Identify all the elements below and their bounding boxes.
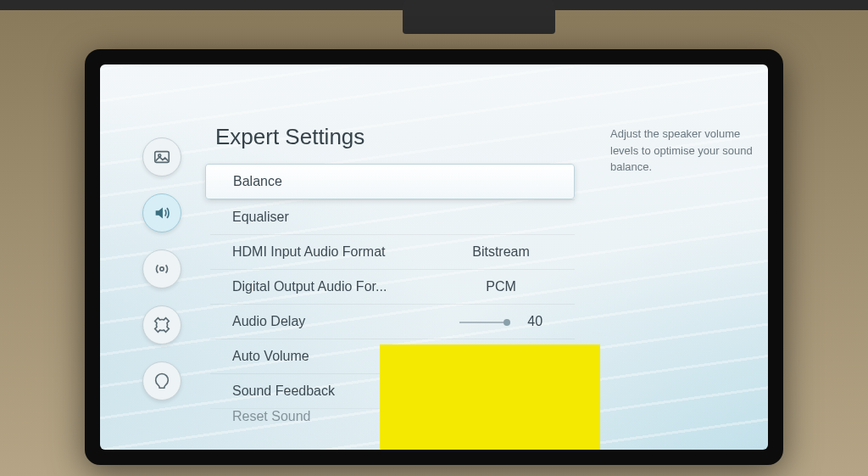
menu-label: Balance [233, 174, 428, 189]
menu-item-auto-volume[interactable]: Auto Volume [210, 339, 575, 373]
menu-item-balance[interactable]: Balance [205, 164, 575, 199]
sidebar-support-icon[interactable] [142, 361, 181, 400]
audio-delay-slider[interactable] [459, 322, 509, 323]
panel-title: Expert Settings [215, 124, 575, 150]
svg-point-2 [160, 267, 164, 271]
menu-item-reset-sound[interactable]: Reset Sound [210, 408, 575, 424]
menu-item-hdmi-input-audio-format[interactable]: HDMI Input Audio Format Bitstream [210, 234, 575, 269]
help-text: Adjust the speaker volume levels to opti… [610, 126, 753, 176]
menu-item-sound-feedback[interactable]: Sound Feedback Low [210, 373, 575, 408]
settings-panel: Expert Settings Balance Equaliser HDMI I… [210, 124, 575, 424]
menu-label: Equaliser [232, 210, 427, 225]
menu-label: Auto Volume [232, 349, 427, 364]
tv-screen: Expert Settings Balance Equaliser HDMI I… [100, 64, 768, 450]
menu-value: Bitstream [427, 244, 575, 260]
audio-delay-value: 40 [527, 314, 542, 328]
menu-label: Reset Sound [232, 409, 427, 424]
sidebar-general-icon[interactable] [142, 305, 181, 344]
menu-item-digital-output-audio-format[interactable]: Digital Output Audio For... PCM [210, 269, 575, 304]
menu-item-audio-delay[interactable]: Audio Delay 40 [210, 304, 575, 339]
settings-sidebar [142, 137, 181, 400]
menu-item-equaliser[interactable]: Equaliser [210, 199, 575, 234]
menu-value: PCM [427, 279, 575, 294]
sidebar-broadcast-icon[interactable] [142, 249, 181, 288]
sidebar-picture-icon[interactable] [142, 137, 181, 176]
menu-label: Audio Delay [232, 314, 427, 329]
menu-label: Sound Feedback [232, 384, 427, 399]
menu-label: HDMI Input Audio Format [232, 244, 427, 260]
menu-value: Low [427, 384, 575, 399]
tv-camera-unit [403, 0, 555, 34]
sidebar-sound-icon[interactable] [142, 193, 181, 232]
menu-value [427, 347, 575, 366]
menu-label: Digital Output Audio For... [232, 279, 427, 294]
svg-rect-0 [155, 152, 170, 163]
photo-background: Expert Settings Balance Equaliser HDMI I… [0, 10, 868, 476]
tv-frame: Expert Settings Balance Equaliser HDMI I… [85, 49, 783, 465]
auto-volume-toggle[interactable] [493, 347, 509, 362]
menu-value: 40 [427, 314, 575, 329]
